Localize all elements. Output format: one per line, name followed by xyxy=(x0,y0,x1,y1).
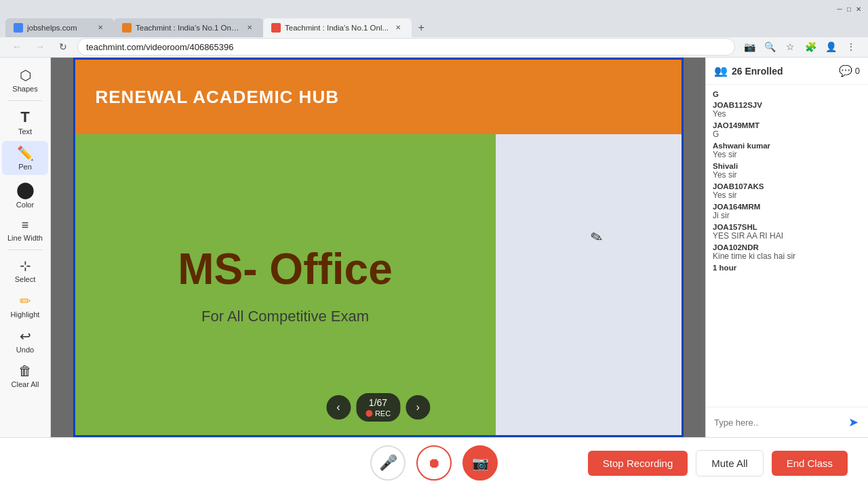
tool-line-width[interactable]: ≡ Line Width xyxy=(2,214,48,246)
menu-icon[interactable]: ⋮ xyxy=(842,38,860,56)
chat-message: Ashwani kumarYes sir xyxy=(713,142,861,159)
chat-username: JOAB112SJV xyxy=(713,101,861,109)
tool-color[interactable]: ⬤ Color xyxy=(2,176,48,213)
chat-input[interactable] xyxy=(711,415,840,430)
slide-navigation: ‹ 1/67 REC › xyxy=(326,393,430,422)
select-icon: ⊹ xyxy=(20,258,31,274)
slide-left: MS- Office For All Competitive Exam xyxy=(75,134,496,435)
people-icon: 👥 xyxy=(714,64,728,77)
toolbar-divider-1 xyxy=(8,100,42,101)
highlight-label: Highlight xyxy=(11,310,40,319)
slide-header-text: RENEWAL ACADEMIC HUB xyxy=(96,87,339,108)
address-input[interactable]: teachmint.com/videoroom/406865396 xyxy=(77,38,735,56)
slide-content: RENEWAL ACADEMIC HUB MS- Office For All … xyxy=(75,60,682,435)
bookmark-icon[interactable]: ☆ xyxy=(781,38,799,56)
bottom-right-controls: Stop Recording Mute All End Class xyxy=(588,450,848,476)
profile-icon[interactable]: 👤 xyxy=(822,38,840,56)
chat-username: Shivali xyxy=(713,162,861,170)
chat-message: JAO149MMTG xyxy=(713,121,861,139)
tab-2-favicon xyxy=(122,23,132,33)
extensions-icon[interactable]: 🧩 xyxy=(802,38,819,56)
slide-counter: 1/67 REC xyxy=(356,393,400,422)
tab-2-close[interactable]: ✕ xyxy=(244,22,255,33)
chat-message: JOA164MRMJi sir xyxy=(713,203,861,220)
tool-text[interactable]: T Text xyxy=(2,104,48,140)
pen-icon: ✏️ xyxy=(17,145,34,161)
tool-highlight[interactable]: ✏ Highlight xyxy=(2,289,48,323)
chat-username: JOA157SHL xyxy=(713,223,861,231)
tab-2-label: Teachmint : India's No.1 Online ... xyxy=(136,24,240,32)
line-width-label: Line Width xyxy=(7,234,43,242)
chat-count: 0 xyxy=(855,66,860,76)
record-button[interactable]: ⏺ xyxy=(416,445,452,481)
tab-1-favicon xyxy=(14,23,23,33)
camera-icon[interactable]: 📷 xyxy=(741,38,758,56)
forward-button[interactable]: → xyxy=(31,38,49,56)
new-tab-button[interactable]: + xyxy=(412,18,431,37)
window-controls[interactable]: ─ □ ✕ xyxy=(835,5,863,13)
chat-username: JOA102NDR xyxy=(713,243,861,251)
bottom-center-controls: 🎤 ⏺ 📷 xyxy=(370,445,498,481)
slide-frame: RENEWAL ACADEMIC HUB MS- Office For All … xyxy=(73,58,684,437)
slide-header: RENEWAL ACADEMIC HUB xyxy=(75,60,682,134)
end-class-button[interactable]: End Class xyxy=(772,451,848,476)
address-bar: ← → ↻ teachmint.com/videoroom/406865396 … xyxy=(0,37,868,58)
left-toolbar: ⬡ Shapes T Text ✏️ Pen ⬤ Color ≡ Line Wi… xyxy=(0,58,51,437)
prev-slide-button[interactable]: ‹ xyxy=(326,395,351,420)
text-icon: T xyxy=(20,108,29,126)
rec-badge: REC xyxy=(366,409,391,418)
chat-username: G xyxy=(713,90,861,98)
text-label: Text xyxy=(18,127,32,136)
next-slide-button[interactable]: › xyxy=(406,395,430,420)
chat-username: JOAB107AKS xyxy=(713,182,861,190)
shapes-label: Shapes xyxy=(12,85,37,93)
chat-message: G xyxy=(713,90,861,98)
tabs-bar: jobshelps.com ✕ Teachmint : India's No.1… xyxy=(0,18,868,37)
clear-all-label: Clear All xyxy=(12,380,39,388)
chat-text: G xyxy=(713,129,861,139)
microphone-button[interactable]: 🎤 xyxy=(370,445,406,481)
close-button[interactable]: ✕ xyxy=(854,5,863,13)
tab-3-favicon xyxy=(271,23,281,33)
tool-clear-all[interactable]: 🗑 Clear All xyxy=(2,359,48,392)
chat-message: JOA157SHLYES SIR AA RI HAI xyxy=(713,223,861,241)
browser-chrome: ─ □ ✕ jobshelps.com ✕ Teachmint : India'… xyxy=(0,0,868,58)
mute-all-button[interactable]: Mute All xyxy=(696,450,763,476)
enrolled-count: 26 Enrolled xyxy=(732,66,783,77)
tab-3-label: Teachmint : India's No.1 Onl... xyxy=(285,24,389,32)
chat-message: JOAB112SJVYes xyxy=(713,101,861,119)
maximize-button[interactable]: □ xyxy=(845,5,853,13)
chat-text: YES SIR AA RI HAI xyxy=(713,231,861,241)
chat-message: ShivaliYes sir xyxy=(713,162,861,180)
browser-toolbar-icons: 📷 🔍 ☆ 🧩 👤 ⋮ xyxy=(741,38,860,56)
color-icon: ⬤ xyxy=(16,180,35,199)
minimize-button[interactable]: ─ xyxy=(835,5,844,13)
toolbar-divider-2 xyxy=(8,249,42,250)
chat-username: JOA164MRM xyxy=(713,203,861,211)
back-button[interactable]: ← xyxy=(8,38,26,56)
tab-2[interactable]: Teachmint : India's No.1 Online ... ✕ xyxy=(114,18,263,37)
chat-text: Yes sir xyxy=(713,170,861,180)
chat-icon-area[interactable]: 💬 0 xyxy=(839,64,860,77)
chat-username: 1 hour xyxy=(713,264,861,272)
slide-right xyxy=(496,134,682,435)
tool-undo[interactable]: ↩ Undo xyxy=(2,324,48,358)
tab-3[interactable]: Teachmint : India's No.1 Onl... ✕ xyxy=(263,18,412,37)
tab-3-close[interactable]: ✕ xyxy=(393,22,403,33)
send-button[interactable]: ➤ xyxy=(844,413,863,432)
search-icon[interactable]: 🔍 xyxy=(761,38,778,56)
tab-1-close[interactable]: ✕ xyxy=(95,22,106,33)
video-button[interactable]: 📷 xyxy=(462,445,498,481)
bottom-bar: 🎤 ⏺ 📷 Stop Recording Mute All End Class xyxy=(0,437,868,488)
tool-select[interactable]: ⊹ Select xyxy=(2,253,48,287)
tab-1[interactable]: jobshelps.com ✕ xyxy=(5,18,114,37)
color-label: Color xyxy=(16,201,34,209)
tool-shapes[interactable]: ⬡ Shapes xyxy=(2,63,48,97)
reload-button[interactable]: ↻ xyxy=(54,38,72,56)
address-text: teachmint.com/videoroom/406865396 xyxy=(86,42,234,52)
chat-text: Ji sir xyxy=(713,211,861,220)
stop-recording-button[interactable]: Stop Recording xyxy=(588,451,688,476)
tool-pen[interactable]: ✏️ Pen xyxy=(2,141,48,175)
chat-text: Yes sir xyxy=(713,150,861,159)
chat-message: JOA102NDRKine time ki clas hai sir xyxy=(713,243,861,261)
